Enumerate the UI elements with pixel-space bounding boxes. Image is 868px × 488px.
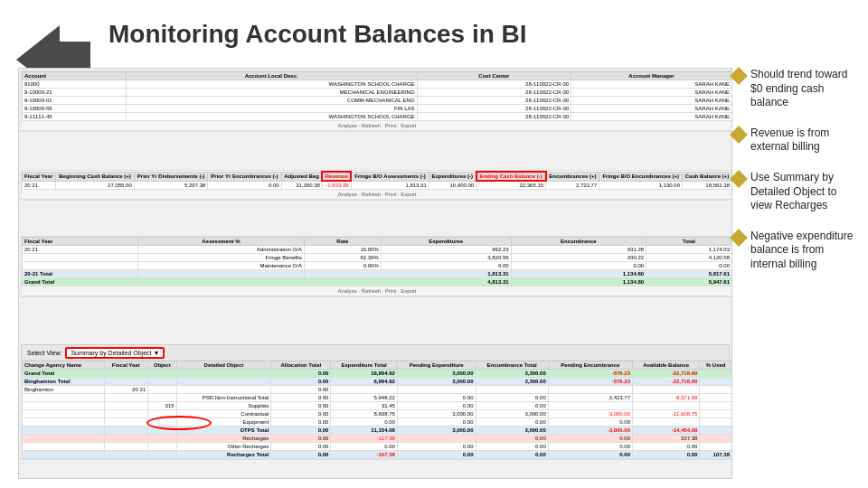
table-row: PSR Non-Instructional Total 0.00 5,948.2… (23, 394, 732, 402)
right-sidebar: Should trend toward $0 ending cash balan… (732, 68, 859, 483)
table-row: OTPS Total 0.00 11,154.08 3,000.00 3,000… (23, 427, 732, 435)
table-row: Contractual 0.00 8,608.75 3,000.00 3,000… (23, 410, 732, 418)
bullet-diamond-1 (730, 67, 748, 85)
bullet-item-1: Should trend toward $0 ending cash balan… (732, 68, 859, 110)
bullet-item-2: Revenue is from external billing (732, 127, 859, 155)
bullet-text-2: Revenue is from external billing (750, 127, 859, 155)
table-row: 91000 WASHINGTON SCHOOL CHARGE 28-110022… (23, 80, 732, 89)
bullet-text-1: Should trend toward $0 ending cash balan… (750, 68, 859, 110)
col-account-mgr: Account Manager (571, 72, 732, 80)
table-row: Equipment 0.00 0.00 0.00 0.00 0.00 (23, 418, 732, 427)
bullet-diamond-4 (730, 229, 748, 247)
table-row: 9-10000-55 FIN LAS 28-110022-CR-30 SARAH… (23, 105, 732, 113)
table-row: 9-10000-01 COMM-MECHANICAL ENG 28-110022… (23, 97, 732, 105)
bullet-item-4: Negative expenditure balance is from int… (732, 230, 859, 272)
select-view-label: Select View: (27, 350, 61, 356)
detail-table: Change Agency Name Fiscal Year Object De… (21, 360, 732, 460)
main-content: Account Account Local Desc. Cost Center … (18, 68, 732, 479)
bullet-text-4: Negative expenditure balance is from int… (750, 230, 859, 272)
bullet-item-3: Use Summary by Detailed Object to view R… (732, 171, 859, 213)
toolbar-middle: Analyze · Refresh · Print · Export (22, 190, 732, 200)
recharges-total-row: Recharges Total 0.00 -107.38 0.00 0.00 0… (23, 451, 732, 459)
grand-total-row: Grand Total 4,813.31 1,134.80 5,947.61 (23, 278, 732, 286)
col-account: Account (23, 72, 127, 80)
select-view-dropdown[interactable]: Summary by Detailed Object ▼ (65, 347, 165, 359)
col-cost-center: Cost Center (417, 72, 571, 80)
table-row: 315 Supplies 0.00 31.45 0.00 0.00 (23, 402, 732, 410)
subtotal-row: 20-21 Total 1,813.31 1,134.80 5,817.61 (23, 270, 732, 278)
recharges-row: Recharges 0.00 -117.38 0.00 0.00 107.38 (23, 435, 732, 443)
table-row: Other Recharges 0.00 0.00 0.00 0.00 0.00… (23, 443, 732, 451)
toolbar-summary: Analyze · Refresh · Print · Export (22, 286, 732, 296)
table-row: Binghamton Total 0.00 6,994.92 3,000.00 … (23, 378, 732, 386)
bullet-diamond-2 (730, 126, 748, 144)
table-row: Fringe Benefits 62.39% 3,820.56 200.22 4… (23, 254, 732, 262)
col-local-desc: Account Local Desc. (126, 72, 417, 80)
table-row: 20 21 Administration O/A 16.00% 992.23 9… (23, 246, 732, 254)
bullet-diamond-3 (730, 170, 748, 188)
page-title: Monitoring Account Balances in BI (108, 20, 527, 49)
table-row: 9-10000-21 MECHANICAL ENGINEERING 28-110… (23, 89, 732, 97)
summary-table: Fiscal Year Assessment % Rate Expenditur… (21, 236, 732, 297)
table-row: 20 21 27,055.00 5,297.38 0.00 31,350.38 … (23, 181, 732, 190)
account-table: Account Account Local Desc. Cost Center … (21, 70, 732, 132)
cash-balance-table: Fiscal Year Beginning Cash Balance (+) P… (21, 170, 732, 201)
table-row: 9-11111-45 WASHINGTON SCHOOL CHARGE 28-1… (23, 113, 732, 121)
table-row: Binghamton 20 21 0.00 (23, 386, 732, 394)
toolbar-top: Analyze · Refresh · Print · Export (22, 121, 732, 131)
bullet-text-3: Use Summary by Detailed Object to view R… (750, 171, 859, 213)
table-row: Maintenance O/A 0.00% 0.00 0.00 0.00 (23, 262, 732, 270)
table-row: Grand Total 0.00 16,994.92 3,000.00 3,30… (23, 370, 732, 378)
